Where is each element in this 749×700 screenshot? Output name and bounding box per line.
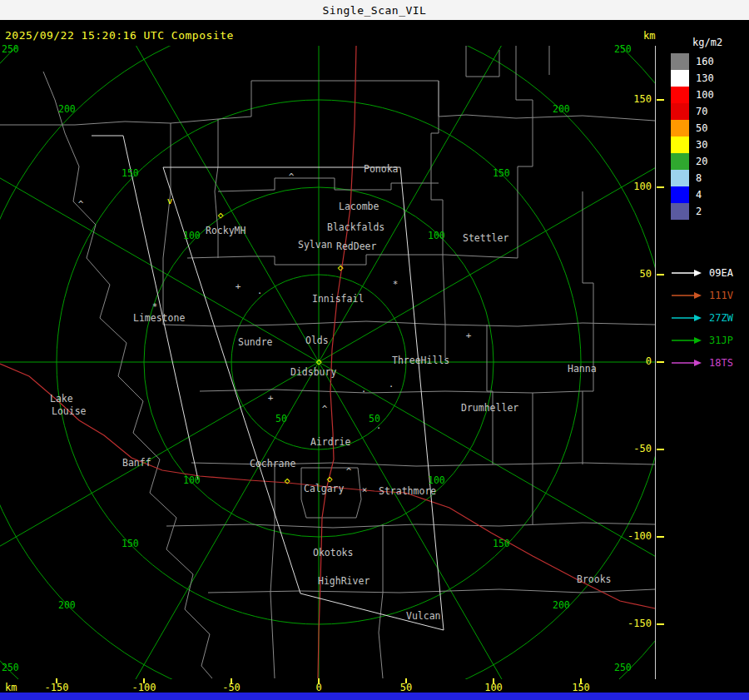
colorbar-entry: 100 xyxy=(671,87,722,103)
track-legend-item: 31JP xyxy=(671,329,733,351)
colorbar-entry: 50 xyxy=(671,120,722,137)
colorbar: kg/m2 16013010070503020842 xyxy=(671,37,722,220)
storm-track-arrow-icon xyxy=(671,358,702,368)
storm-track-arrow-icon xyxy=(671,290,702,300)
radial-lines xyxy=(0,0,749,700)
storm-track-id: 27ZW xyxy=(709,312,733,324)
colorbar-value: 20 xyxy=(696,156,707,167)
colorbar-value: 2 xyxy=(696,206,702,217)
colorbar-value: 130 xyxy=(696,72,714,84)
track-legend-item: 27ZW xyxy=(671,306,733,329)
colorbar-entry: 8 xyxy=(671,170,722,186)
colorbar-swatch xyxy=(671,170,689,186)
storm-track-id: 18TS xyxy=(709,357,733,369)
storm-track-id: 09EA xyxy=(709,267,733,279)
storm-track-id: 111V xyxy=(709,290,733,301)
track-legend-item: 09EA xyxy=(671,261,733,284)
colorbar-entry: 70 xyxy=(671,103,722,120)
colorbar-entry: 30 xyxy=(671,137,722,153)
colorbar-swatch xyxy=(671,53,689,70)
bottom-axis-unit: km xyxy=(5,682,17,693)
colorbar-swatch xyxy=(671,87,689,103)
colorbar-value: 8 xyxy=(696,172,702,184)
colorbar-swatch xyxy=(671,70,689,87)
colorbar-value: 30 xyxy=(696,139,707,151)
colorbar-value: 70 xyxy=(696,106,707,117)
bottom-bar xyxy=(0,693,749,700)
storm-track-legend: 09EA111V27ZW31JP18TS xyxy=(671,261,733,374)
storm-track-id: 31JP xyxy=(709,335,733,346)
track-legend-item: 18TS xyxy=(671,351,733,374)
range-rings xyxy=(0,0,749,700)
colorbar-value: 50 xyxy=(696,122,707,134)
track-legend-item: 111V xyxy=(671,284,733,306)
colorbar-swatch xyxy=(671,186,689,203)
colorbar-swatch xyxy=(671,103,689,120)
colorbar-unit: kg/m2 xyxy=(692,37,722,48)
storm-track-arrow-icon xyxy=(671,335,702,345)
storm-track-arrow-icon xyxy=(671,268,702,278)
radar-map[interactable] xyxy=(0,0,749,700)
colorbar-value: 160 xyxy=(696,56,714,67)
colorbar-swatch xyxy=(671,203,689,220)
colorbar-swatch xyxy=(671,153,689,170)
storm-track-arrow-icon xyxy=(671,313,702,323)
scan-area-outlines xyxy=(92,136,444,630)
colorbar-entry: 20 xyxy=(671,153,722,170)
colorbar-entry: 4 xyxy=(671,186,722,203)
colorbar-entry: 130 xyxy=(671,70,722,87)
colorbar-value: 100 xyxy=(696,89,714,101)
colorbar-entry: 2 xyxy=(671,203,722,220)
colorbar-rows: 16013010070503020842 xyxy=(671,53,722,220)
colorbar-entry: 160 xyxy=(671,53,722,70)
colorbar-swatch xyxy=(671,137,689,153)
colorbar-swatch xyxy=(671,120,689,137)
colorbar-value: 4 xyxy=(696,189,702,201)
